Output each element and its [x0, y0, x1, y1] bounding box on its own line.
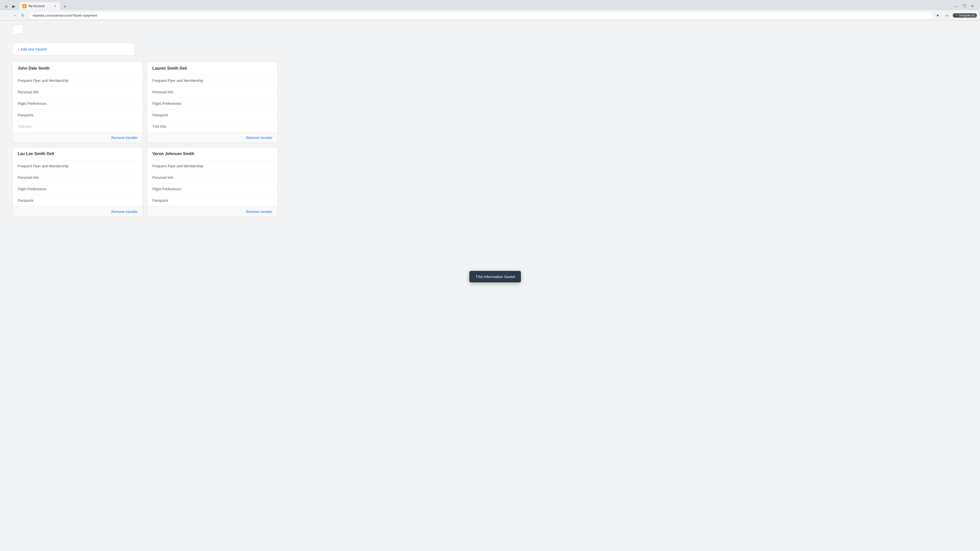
- active-tab[interactable]: E My Account ✕: [19, 2, 60, 10]
- partial-top-button: [12, 25, 23, 34]
- menu-item-passports-2[interactable]: Passports: [147, 110, 277, 121]
- incognito-badge[interactable]: 🥷 Incognito (2): [953, 13, 977, 17]
- tab-group: E My Account ✕ +: [19, 2, 951, 10]
- address-actions: ★ ▭ 🥷 Incognito (2): [934, 12, 977, 19]
- split-view-button[interactable]: ▭: [943, 12, 951, 19]
- menu-item-passports-3[interactable]: Passports: [13, 195, 143, 206]
- tab-back-button[interactable]: ◀: [2, 3, 9, 10]
- browser-chrome: ◀ ▶ E My Account ✕ + — ❐ ✕ ← → ↻ ★: [0, 0, 980, 21]
- menu-item-passports-1[interactable]: Passports: [13, 110, 143, 121]
- menu-item-flight-prefs-3[interactable]: Flight Preferences: [13, 183, 143, 195]
- remove-traveler-lauren-smith-deli[interactable]: Remove traveler: [246, 136, 272, 140]
- travelers-grid: John Dale SmithFrequent Flyer and Member…: [12, 62, 278, 217]
- add-traveler-button[interactable]: + Add new traveler: [12, 43, 135, 56]
- window-controls: — ❐ ✕: [953, 3, 978, 10]
- incognito-icon: 🥷: [955, 14, 958, 17]
- tab-title: My Account: [29, 4, 51, 8]
- back-button[interactable]: ←: [3, 12, 10, 19]
- traveler-name-lauren-smith-deli: Lauren Smith Deli: [152, 66, 272, 71]
- traveler-footer-lauren-smith-deli: Remove traveler: [147, 132, 277, 143]
- traveler-card-lauren-smith-deli: Lauren Smith DeliFrequent Flyer and Memb…: [147, 62, 278, 143]
- new-tab-button[interactable]: +: [61, 3, 68, 10]
- menu-item-personal-info-1[interactable]: Personal Info: [13, 86, 143, 98]
- add-traveler-label: + Add new traveler: [18, 47, 47, 51]
- partial-top-area: [12, 25, 968, 39]
- traveler-card-lau-lee-smith-deli: Lau Lee Smith DeliFrequent Flyer and Mem…: [12, 147, 143, 217]
- remove-traveler-lau-lee-smith-deli[interactable]: Remove traveler: [111, 210, 138, 214]
- menu-item-frequent-flyer-3[interactable]: Frequent Flyer and Membership: [13, 160, 143, 172]
- menu-item-personal-info-3[interactable]: Personal Info: [13, 172, 143, 183]
- toast-notification: TSA Information Saved: [469, 271, 521, 283]
- minimize-button[interactable]: —: [953, 3, 959, 10]
- close-window-button[interactable]: ✕: [969, 3, 976, 10]
- menu-item-tsa-info-2[interactable]: TSA Info: [147, 121, 277, 132]
- bookmark-button[interactable]: ★: [934, 12, 942, 19]
- menu-item-flight-prefs-1[interactable]: Flight Preferences: [13, 98, 143, 110]
- traveler-card-veron-johnson-smith: Veron Johnson SmithFrequent Flyer and Me…: [147, 147, 278, 217]
- traveler-header-john-dale-smith: John Dale Smith: [13, 62, 143, 75]
- menu-item-passports-4[interactable]: Passports: [147, 195, 277, 206]
- menu-item-flight-prefs-4[interactable]: Flight Preferences: [147, 183, 277, 195]
- menu-item-tsa-info-1: TSA Info: [13, 121, 143, 132]
- menu-item-flight-prefs-2[interactable]: Flight Preferences: [147, 98, 277, 110]
- traveler-header-lau-lee-smith-deli: Lau Lee Smith Deli: [13, 148, 143, 160]
- menu-item-frequent-flyer-1[interactable]: Frequent Flyer and Membership: [13, 75, 143, 86]
- traveler-header-lauren-smith-deli: Lauren Smith Deli: [147, 62, 277, 75]
- tab-bar: ◀ ▶ E My Account ✕ + — ❐ ✕: [0, 0, 980, 10]
- menu-item-frequent-flyer-2[interactable]: Frequent Flyer and Membership: [147, 75, 277, 86]
- remove-traveler-veron-johnson-smith[interactable]: Remove traveler: [246, 210, 272, 214]
- traveler-name-lau-lee-smith-deli: Lau Lee Smith Deli: [18, 151, 138, 156]
- menu-item-frequent-flyer-4[interactable]: Frequent Flyer and Membership: [147, 160, 277, 172]
- tab-favicon: E: [22, 4, 27, 8]
- traveler-footer-veron-johnson-smith: Remove traveler: [147, 206, 277, 217]
- tab-close-button[interactable]: ✕: [53, 4, 57, 8]
- traveler-footer-john-dale-smith: Remove traveler: [13, 132, 143, 143]
- url-input[interactable]: [29, 12, 932, 19]
- reload-button[interactable]: ↻: [19, 12, 27, 19]
- incognito-label: Incognito (2): [959, 14, 975, 17]
- menu-item-personal-info-4[interactable]: Personal Info: [147, 172, 277, 183]
- remove-traveler-john-dale-smith[interactable]: Remove traveler: [111, 136, 138, 140]
- tab-forward-button[interactable]: ▶: [10, 3, 18, 10]
- forward-button[interactable]: →: [11, 12, 18, 19]
- traveler-footer-lau-lee-smith-deli: Remove traveler: [13, 206, 143, 217]
- traveler-name-veron-johnson-smith: Veron Johnson Smith: [152, 151, 272, 156]
- traveler-header-veron-johnson-smith: Veron Johnson Smith: [147, 148, 277, 160]
- maximize-button[interactable]: ❐: [961, 3, 968, 10]
- traveler-card-john-dale-smith: John Dale SmithFrequent Flyer and Member…: [12, 62, 143, 143]
- nav-controls: ← → ↻: [3, 12, 27, 19]
- menu-item-personal-info-2[interactable]: Personal Info: [147, 86, 277, 98]
- page-content: + Add new traveler John Dale SmithFreque…: [0, 21, 980, 551]
- address-bar: ← → ↻ ★ ▭ 🥷 Incognito (2): [0, 10, 980, 21]
- toast-message: TSA Information Saved: [476, 275, 515, 279]
- traveler-name-john-dale-smith: John Dale Smith: [18, 66, 138, 71]
